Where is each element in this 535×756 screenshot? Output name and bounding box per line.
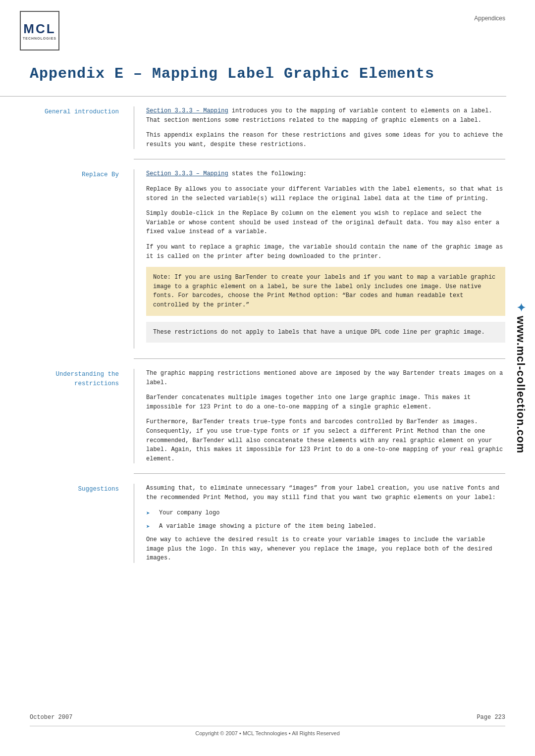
para-replace-1: Section 3.3.3 – Mapping states the follo…	[146, 169, 505, 179]
footer-page-number: 223	[494, 714, 505, 721]
logo-letters: MCL	[23, 21, 55, 37]
para-understanding-3: Furthermore, BarTender treats true-type …	[146, 417, 505, 463]
header-section-label: Appendices	[474, 11, 505, 22]
para-understanding-1: The graphic mapping restrictions mention…	[146, 369, 505, 387]
section-label-general: General introduction	[30, 106, 134, 149]
link-section-3-3-3-replace[interactable]: Section 3.3.3 – Mapping	[146, 170, 228, 177]
logo: MCL TECHNOLOGIES	[20, 11, 59, 50]
page: MCL TECHNOLOGIES Appendices Appendix E –…	[0, 0, 535, 756]
title-section: Appendix E – Mapping Label Graphic Eleme…	[0, 50, 535, 97]
divider-1	[134, 159, 505, 159]
watermark-url: ✦ www.mcl-collection.com	[514, 302, 527, 453]
info-box: These restrictions do not apply to label…	[146, 322, 505, 343]
logo-subtitle: TECHNOLOGIES	[23, 37, 56, 40]
para-suggestions-2: One way to achieve the desired result is…	[146, 535, 505, 563]
para-replace-4: If you want to replace a graphic image, …	[146, 243, 505, 261]
section-general-intro: General introduction Section 3.3.3 – Map…	[30, 106, 505, 149]
divider-3	[134, 473, 505, 474]
bullet-arrow-icon-1: ➤	[146, 509, 154, 519]
bullet-text-1: Your company logo	[159, 508, 219, 518]
section-suggestions: Suggestions Assuming that, to eliminate …	[30, 484, 505, 562]
para-general-2: This appendix explains the reason for th…	[146, 131, 505, 149]
para-replace-3: Simply double-click in the Replace By co…	[146, 209, 505, 237]
bullet-arrow-icon-2: ➤	[146, 522, 154, 532]
footer-page-label: Page	[477, 714, 491, 721]
para-understanding-2: BarTender concatenates multiple images t…	[146, 393, 505, 411]
section-content-replace: Section 3.3.3 – Mapping states the follo…	[134, 169, 505, 349]
link-section-3-3-3-general[interactable]: Section 3.3.3 – Mapping	[146, 107, 228, 114]
section-label-suggestions: Suggestions	[30, 484, 134, 562]
bullet-item-2: ➤ A variable image showing a picture of …	[146, 522, 505, 532]
footer-copyright: Copyright © 2007 • MCL Technologies • Al…	[30, 726, 505, 736]
right-rotated-text: ✦ www.mcl-collection.com	[514, 302, 527, 453]
page-title: Appendix E – Mapping Label Graphic Eleme…	[30, 65, 505, 82]
para-general-1: Section 3.3.3 – Mapping introduces you t…	[146, 106, 505, 125]
footer-top: October 2007 Page 223	[30, 714, 505, 721]
section-content-understanding: The graphic mapping restrictions mention…	[134, 369, 505, 463]
footer: October 2007 Page 223 Copyright © 2007 •…	[0, 714, 535, 736]
para-suggestions-1: Assuming that, to eliminate unnecessary …	[146, 484, 505, 502]
section-replace-by: Replace By Section 3.3.3 – Mapping state…	[30, 169, 505, 349]
section-content-suggestions: Assuming that, to eliminate unnecessary …	[134, 484, 505, 562]
section-label-replace: Replace By	[30, 169, 134, 349]
footer-date: October 2007	[30, 714, 72, 721]
section-understanding: Understanding the restrictions The graph…	[30, 369, 505, 463]
para-replace-2: Replace By allows you to associate your …	[146, 185, 505, 203]
header: MCL TECHNOLOGIES Appendices	[0, 0, 535, 50]
footer-page: Page 223	[477, 714, 505, 721]
section-content-general: Section 3.3.3 – Mapping introduces you t…	[134, 106, 505, 149]
section-label-understanding: Understanding the restrictions	[30, 369, 134, 463]
content-area: General introduction Section 3.3.3 – Map…	[0, 106, 535, 563]
divider-2	[134, 358, 505, 359]
right-bar: ✦ www.mcl-collection.com	[506, 0, 535, 756]
bullet-item-1: ➤ Your company logo	[146, 508, 505, 519]
bullet-text-2: A variable image showing a picture of th…	[159, 522, 376, 531]
note-box: Note: If you are using BarTender to crea…	[146, 267, 505, 315]
